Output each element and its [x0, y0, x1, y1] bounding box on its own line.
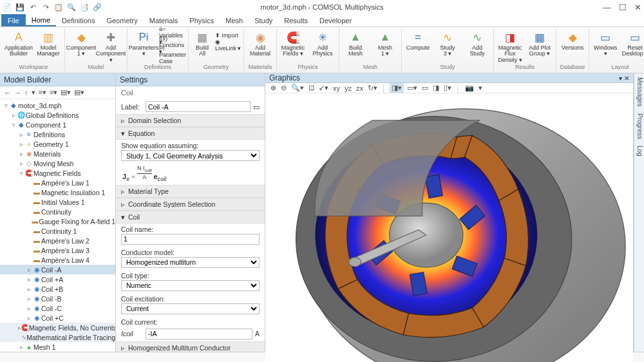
- graphics-tool[interactable]: ◨▾: [390, 83, 404, 93]
- qat-button[interactable]: 📋: [54, 3, 63, 12]
- tree-item[interactable]: ▿◆Component 1: [0, 120, 115, 129]
- qat-button[interactable]: 🔍: [67, 3, 76, 12]
- graphics-canvas[interactable]: [265, 93, 633, 362]
- tree-item[interactable]: ▹◉Coil -A: [0, 265, 115, 274]
- mb-tool[interactable]: ▤▾: [74, 88, 84, 97]
- maximize-button[interactable]: ☐: [619, 3, 627, 12]
- mb-tool[interactable]: ≡▾: [50, 88, 57, 97]
- graphics-tool[interactable]: zx: [355, 84, 365, 92]
- ribbon-add[interactable]: ◉AddMaterial: [246, 30, 274, 58]
- tree-twisty[interactable]: ▹: [10, 112, 17, 119]
- ribbon-add-plot[interactable]: ▦Add PlotGroup ▾: [526, 30, 554, 58]
- equation-study-select[interactable]: Study 1, Coil Geometry Analysis: [121, 150, 260, 161]
- tree-twisty[interactable]: ▿: [3, 102, 9, 109]
- tree-item[interactable]: ▹▲Mesh 1: [0, 342, 115, 352]
- coil-type-select[interactable]: Numeric: [121, 280, 260, 291]
- graphics-tool[interactable]: yz: [343, 84, 353, 92]
- tree-item[interactable]: ▹◉Coil -B: [0, 294, 115, 303]
- side-tab-messages[interactable]: Messages: [635, 77, 643, 107]
- ribbon-tab-developer[interactable]: Developer: [314, 14, 357, 26]
- graphics-tool[interactable]: ▾: [477, 84, 484, 92]
- qat-button[interactable]: ↷: [41, 3, 50, 12]
- ribbon-model[interactable]: ▥ModelManager: [34, 30, 62, 58]
- tree-twisty[interactable]: ▹: [18, 160, 24, 167]
- ribbon-study[interactable]: ∿Study3 ▾: [433, 30, 462, 58]
- tree-item[interactable]: ▬Continuity: [0, 207, 115, 216]
- label-input[interactable]: [146, 101, 251, 112]
- section-header[interactable]: ▹Coordinate System Selection: [116, 198, 265, 211]
- graphics-tool[interactable]: 📷: [464, 84, 475, 92]
- ribbon-parameters[interactable]: PiParameters▾: [129, 30, 158, 58]
- tree-item[interactable]: ▹🌐Global Definitions: [0, 110, 115, 120]
- tree-item[interactable]: ▹◉Coil -C: [0, 303, 115, 313]
- minimize-button[interactable]: —: [603, 3, 611, 12]
- ribbon-tab-definitions[interactable]: Definitions: [56, 14, 100, 26]
- conductor-model-select[interactable]: Homogenized multiturn: [121, 257, 260, 268]
- graphics-tool[interactable]: ◨: [431, 84, 440, 92]
- ribbon-add[interactable]: ✳AddPhysics: [308, 30, 337, 58]
- coil-excitation-select[interactable]: Current: [121, 303, 260, 314]
- qat-button[interactable]: 📄: [3, 3, 12, 12]
- ribbon-magnetic[interactable]: 🧲MagneticFields ▾: [279, 30, 307, 58]
- ribbon-magnetic-flux[interactable]: ◨Magnetic FluxDensity ▾: [496, 30, 524, 64]
- mb-tool[interactable]: ≡▾: [39, 88, 46, 97]
- graphics-tool[interactable]: ▭▾: [406, 84, 419, 92]
- tree-twisty[interactable]: ▹: [26, 315, 32, 321]
- section-header[interactable]: ▾Equation: [116, 127, 265, 140]
- tree-twisty[interactable]: ▹: [26, 286, 32, 292]
- ribbon-component[interactable]: ◆Component1 ▾: [67, 30, 95, 58]
- graphics-tool[interactable]: ⊡: [307, 84, 316, 92]
- tree-item[interactable]: ▬Ampère's Law 1: [0, 178, 115, 187]
- ribbon-mesh[interactable]: ▲Mesh1 ▾: [371, 30, 399, 58]
- graphics-tool[interactable]: 🔍▾: [290, 84, 305, 92]
- tree-twisty[interactable]: ▹: [18, 151, 24, 157]
- coil-current-input[interactable]: [146, 329, 252, 339]
- tree-item[interactable]: ▿◆motor_3d.mph: [0, 100, 115, 110]
- ribbon-tab-study[interactable]: Study: [249, 14, 278, 26]
- close-button[interactable]: ✕: [634, 3, 641, 12]
- tree-item[interactable]: ▹🧲Magnetic Fields, No Currents: [0, 323, 115, 332]
- tree-item[interactable]: ∿Mathematical Particle Tracing: [0, 332, 115, 342]
- ribbon-small[interactable]: ◉ LiveLink ▾: [215, 40, 242, 50]
- tree-item[interactable]: ▹◉Coil +A: [0, 274, 115, 284]
- tree-item[interactable]: ▹◇Moving Mesh: [0, 158, 115, 168]
- tree-item[interactable]: ▬Magnetic Insulation 1: [0, 187, 115, 197]
- tree-twisty[interactable]: ▿: [10, 122, 17, 128]
- graphics-tool[interactable]: ↻▾: [366, 84, 379, 92]
- coil-name-input[interactable]: [121, 234, 260, 245]
- tree-item[interactable]: ▿🧲Magnetic Fields: [0, 168, 115, 178]
- ribbon-tab-mesh[interactable]: Mesh: [220, 14, 249, 26]
- ribbon-tab-home[interactable]: Home: [26, 14, 56, 26]
- qat-button[interactable]: 📑: [80, 3, 89, 12]
- ribbon-build[interactable]: ▦BuildAll: [191, 30, 214, 58]
- graphics-tool[interactable]: ▯▾: [442, 84, 453, 92]
- label-edit-icon[interactable]: ▭: [253, 103, 260, 111]
- model-tree[interactable]: ▿◆motor_3d.mph▹🌐Global Definitions▿◆Comp…: [0, 99, 115, 352]
- tree-item[interactable]: ▹◉Coil +C: [0, 313, 115, 323]
- tree-twisty[interactable]: ▹: [18, 131, 24, 138]
- tree-item[interactable]: ▬Gauge Fixing for A-field 1: [0, 216, 115, 226]
- tree-twisty[interactable]: ▹: [26, 296, 32, 302]
- ribbon-tab-physics[interactable]: Physics: [184, 14, 220, 26]
- ribbon-add[interactable]: ✚AddComponent ▾: [97, 30, 125, 64]
- tree-twisty[interactable]: ▹: [18, 344, 24, 350]
- ribbon-small[interactable]: Pi Parameter Case: [159, 50, 186, 59]
- graphics-tool[interactable]: ↙▾: [317, 84, 330, 92]
- tree-item[interactable]: ▹⟐Geometry 1: [0, 139, 115, 149]
- ribbon-versions[interactable]: ◆Versions: [558, 30, 587, 52]
- ribbon-add[interactable]: ∿AddStudy: [463, 30, 491, 58]
- tree-item[interactable]: ▬Ampère's Law 3: [0, 245, 115, 255]
- tree-item[interactable]: ▬Ampère's Law 4: [0, 255, 115, 265]
- ribbon-build[interactable]: ▲BuildMesh: [341, 30, 370, 58]
- tree-item[interactable]: ▹≡Definitions: [0, 129, 115, 139]
- side-tab-progress[interactable]: Progress: [635, 113, 643, 139]
- qat-button[interactable]: 🔗: [93, 3, 102, 12]
- tree-twisty[interactable]: ▿: [18, 170, 24, 176]
- section-header[interactable]: ▹Material Type: [116, 185, 265, 198]
- ribbon-tab-results[interactable]: Results: [278, 14, 314, 26]
- tree-twisty[interactable]: ▹: [26, 305, 32, 312]
- section-header[interactable]: ▾Coil: [116, 211, 265, 224]
- graphics-tool[interactable]: xy: [332, 84, 341, 92]
- section-header[interactable]: ▹Homogenized Multiturn Conductor: [116, 341, 265, 352]
- ribbon-application[interactable]: AApplicationBuilder: [5, 30, 33, 58]
